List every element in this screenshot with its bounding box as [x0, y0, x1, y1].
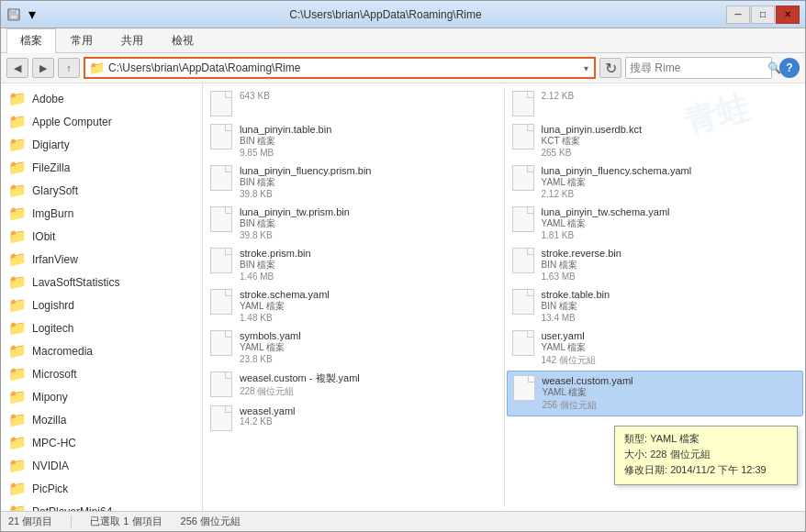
file-type: BIN 檔案 — [240, 217, 497, 230]
folder-icon: 📁 — [8, 365, 27, 382]
sidebar-item-lavasoftstatistics[interactable]: 📁 LavaSoftStatistics — [1, 271, 202, 294]
file-type: YAML 檔案 — [543, 386, 798, 399]
list-item[interactable]: luna_pinyin.table.bin BIN 檔案 9.85 MB — [205, 120, 502, 161]
file-meta: user.yaml YAML 檔案 142 個位元組 — [542, 330, 799, 367]
sidebar-item-iobit[interactable]: 📁 IObit — [1, 225, 202, 248]
tab-share[interactable]: 共用 — [107, 28, 157, 52]
address-bar-input-wrap: 📁 ▾ — [84, 57, 596, 79]
list-item[interactable]: stroke.schema.yaml YAML 檔案 1.48 KB — [205, 285, 502, 327]
file-name: luna_pinyin_fluency.schema.yaml — [542, 165, 799, 176]
dropdown-titlebar-icon[interactable]: ▾ — [25, 7, 39, 22]
sidebar-item-potplayer[interactable]: 📁 PotPlayerMini64 — [1, 500, 202, 511]
list-item[interactable]: luna_pinyin_fluency.prism.bin BIN 檔案 39.… — [205, 161, 502, 203]
sidebar-item-logitech[interactable]: 📁 Logitech — [1, 316, 202, 339]
sidebar-item-glarysoft[interactable]: 📁 GlarySoft — [1, 179, 202, 202]
sidebar-item-apple[interactable]: 📁 Apple Computer — [1, 110, 202, 133]
file-size: 2.12 KB — [542, 91, 799, 101]
file-name: luna_pinyin_tw.schema.yaml — [542, 206, 799, 217]
folder-icon: 📁 — [8, 342, 27, 360]
tooltip-modified-label: 修改日期: — [624, 464, 667, 475]
file-meta: stroke.prism.bin BIN 檔案 1.46 MB — [240, 248, 497, 282]
folder-icon: 📁 — [8, 273, 27, 291]
file-type: YAML 檔案 — [240, 341, 497, 354]
up-button[interactable]: ↑ — [58, 58, 80, 78]
file-type: KCT 檔案 — [542, 135, 799, 148]
sidebar-item-logishrd[interactable]: 📁 Logishrd — [1, 294, 202, 316]
file-icon — [512, 206, 534, 232]
file-size: 39.8 KB — [240, 230, 497, 240]
sidebar-item-mipony[interactable]: 📁 Mipony — [1, 385, 202, 408]
sidebar-item-label: GlarySoft — [32, 184, 78, 197]
sidebar: 📁 Adobe 📁 Apple Computer 📁 Digiarty 📁 Fi… — [1, 83, 203, 511]
minimize-button[interactable]: ─ — [726, 6, 750, 24]
forward-button[interactable]: ▶ — [32, 58, 54, 78]
file-name: luna_pinyin.table.bin — [240, 124, 497, 135]
list-item[interactable]: luna_pinyin_tw.schema.yaml YAML 檔案 1.81 … — [507, 203, 804, 244]
list-item[interactable]: symbols.yaml YAML 檔案 23.8 KB — [205, 327, 502, 368]
list-item-selected[interactable]: weasel.custom.yaml YAML 檔案 256 個位元組 — [507, 371, 804, 416]
folder-icon: 📁 — [8, 136, 27, 153]
folder-icon: 📁 — [8, 296, 27, 314]
folder-icon: 📁 — [8, 227, 27, 245]
list-item[interactable]: weasel.yaml 14.2 KB — [205, 402, 502, 435]
tooltip-type-label: 類型: — [624, 433, 647, 444]
list-item[interactable]: 643 KB — [205, 87, 502, 120]
sidebar-item-macromedia[interactable]: 📁 Macromedia — [1, 339, 202, 362]
close-button[interactable]: ✕ — [776, 6, 800, 24]
sidebar-item-label: IObit — [32, 230, 55, 243]
file-name: luna_pinyin_tw.prism.bin — [240, 206, 497, 217]
folder-icon: 📁 — [8, 319, 27, 337]
sidebar-item-mozilla[interactable]: 📁 Mozilla — [1, 408, 202, 431]
tab-home[interactable]: 常用 — [57, 28, 106, 52]
file-meta: stroke.reverse.bin BIN 檔案 1.63 MB — [542, 248, 799, 282]
main-content: 📁 Adobe 📁 Apple Computer 📁 Digiarty 📁 Fi… — [1, 83, 805, 511]
file-icon — [210, 165, 232, 191]
help-button[interactable]: ? — [779, 58, 800, 78]
list-item[interactable]: luna_pinyin.userdb.kct KCT 檔案 265 KB — [507, 120, 804, 161]
sidebar-item-label: IrfanView — [32, 253, 78, 266]
tab-file[interactable]: 檔案 — [6, 28, 56, 53]
list-item[interactable]: weasel.custom - 複製.yaml 228 個位元組 — [205, 368, 502, 402]
file-meta: symbols.yaml YAML 檔案 23.8 KB — [240, 330, 497, 364]
tooltip-modified-value: 2014/11/2 下午 12:39 — [670, 464, 767, 475]
sidebar-item-microsoft[interactable]: 📁 Microsoft — [1, 362, 202, 385]
list-item[interactable]: luna_pinyin_fluency.schema.yaml YAML 檔案 … — [507, 161, 804, 203]
file-icon — [512, 124, 534, 150]
list-item[interactable]: 2.12 KB — [507, 87, 804, 120]
sidebar-item-irfanview[interactable]: 📁 IrfanView — [1, 248, 202, 271]
tooltip-size-label: 大小: — [624, 449, 647, 460]
status-size: 256 個位元組 — [181, 515, 241, 528]
file-name: weasel.custom - 複製.yaml — [240, 371, 497, 385]
list-item[interactable]: user.yaml YAML 檔案 142 個位元組 — [507, 327, 804, 371]
file-size: 265 KB — [542, 148, 799, 158]
tab-view[interactable]: 檢視 — [158, 28, 207, 52]
save-titlebar-icon[interactable] — [6, 7, 21, 22]
list-item[interactable]: stroke.prism.bin BIN 檔案 1.46 MB — [205, 244, 502, 285]
file-icon — [210, 206, 232, 232]
file-name: stroke.reverse.bin — [542, 248, 799, 259]
refresh-button[interactable]: ↻ — [599, 58, 621, 78]
file-meta: luna_pinyin.userdb.kct KCT 檔案 265 KB — [542, 124, 799, 158]
list-item[interactable]: luna_pinyin_tw.prism.bin BIN 檔案 39.8 KB — [205, 203, 502, 244]
folder-icon: 📁 — [8, 411, 27, 428]
file-size: 39.8 KB — [240, 189, 497, 199]
folder-icon: 📁 — [8, 434, 27, 451]
sidebar-item-digiarty[interactable]: 📁 Digiarty — [1, 133, 202, 156]
maximize-button[interactable]: □ — [751, 6, 775, 24]
address-dropdown-icon[interactable]: ▾ — [582, 63, 590, 73]
sidebar-item-imgburn[interactable]: 📁 ImgBurn — [1, 202, 202, 225]
sidebar-item-filezilla[interactable]: 📁 FileZilla — [1, 156, 202, 179]
file-area: 青蛙 643 KB luna_pinyin.table.bin — [203, 83, 805, 511]
file-icon — [210, 248, 232, 273]
sidebar-item-nvidia[interactable]: 📁 NVIDIA — [1, 454, 202, 477]
address-input[interactable] — [108, 61, 582, 74]
sidebar-item-adobe[interactable]: 📁 Adobe — [1, 87, 202, 110]
file-list: 643 KB luna_pinyin.table.bin BIN 檔案 9.85… — [203, 83, 805, 511]
list-item[interactable]: stroke.table.bin BIN 檔案 13.4 MB — [507, 285, 804, 327]
list-item[interactable]: stroke.reverse.bin BIN 檔案 1.63 MB — [507, 244, 804, 285]
sidebar-item-mpchc[interactable]: 📁 MPC-HC — [1, 431, 202, 454]
back-button[interactable]: ◀ — [6, 58, 28, 78]
sidebar-item-picpick[interactable]: 📁 PicPick — [1, 477, 202, 500]
search-input[interactable] — [630, 61, 767, 74]
ribbon-tabs: 檔案 常用 共用 檢視 — [1, 28, 805, 52]
